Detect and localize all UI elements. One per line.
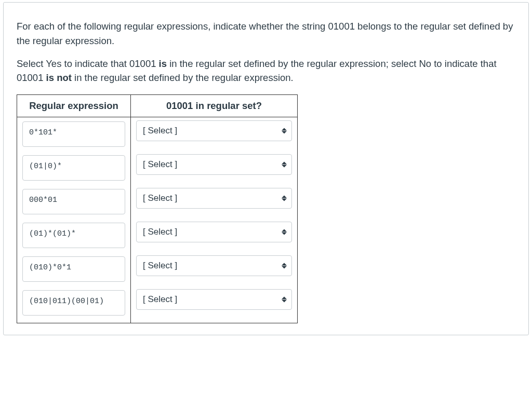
select-cell: [ Select ] (131, 219, 298, 252)
select-wrap: [ Select ] (136, 289, 292, 310)
select-wrap: [ Select ] (136, 222, 292, 242)
regex-box: 0*101* (22, 121, 125, 147)
select-cell: [ Select ] (131, 252, 298, 286)
select-cell: [ Select ] (131, 286, 298, 323)
regex-expression: (010|011)(00|01) (29, 297, 104, 306)
answer-select[interactable]: [ Select ] (136, 255, 292, 276)
column-header-inset: 01001 in regular set? (131, 95, 298, 117)
table-row: (01)*(01)*[ Select ] (17, 219, 298, 252)
regex-box: (01)*(01)* (22, 223, 125, 248)
regex-expression: (010)*0*1 (29, 263, 71, 272)
regex-cell: 0*101* (17, 117, 131, 152)
question-text: For each of the following regular expres… (17, 19, 515, 85)
regex-cell: (010)*0*1 (17, 252, 131, 286)
column-header-regex: Regular expression (17, 95, 131, 117)
regex-box: 000*01 (22, 189, 125, 214)
paragraph-1: For each of the following regular expres… (17, 19, 515, 48)
select-cell: [ Select ] (131, 117, 298, 152)
text-fragment: Select Yes to indicate that 01001 (17, 58, 159, 69)
answer-select[interactable]: [ Select ] (136, 120, 292, 141)
regex-expression: (01)*(01)* (29, 229, 76, 238)
regex-cell: 000*01 (17, 185, 131, 219)
text-fragment: in the regular set defined by the regula… (72, 72, 294, 83)
table-row: (01|0)*[ Select ] (17, 151, 298, 185)
regex-cell: (01|0)* (17, 151, 131, 185)
question-frame: For each of the following regular expres… (3, 2, 529, 335)
text-bold-is: is (159, 58, 167, 69)
select-wrap: [ Select ] (136, 188, 292, 209)
paragraph-2: Select Yes to indicate that 01001 is in … (17, 57, 515, 86)
regex-expression: 0*101* (29, 128, 57, 137)
select-cell: [ Select ] (131, 151, 298, 185)
regex-cell: (01)*(01)* (17, 219, 131, 252)
regex-table: Regular expression 01001 in regular set?… (17, 94, 298, 323)
table-row: (010|011)(00|01)[ Select ] (17, 286, 298, 323)
regex-box: (010)*0*1 (22, 256, 125, 282)
answer-select[interactable]: [ Select ] (136, 188, 292, 209)
select-cell: [ Select ] (131, 185, 298, 219)
regex-cell: (010|011)(00|01) (17, 286, 131, 323)
select-wrap: [ Select ] (136, 255, 292, 276)
regex-expression: 000*01 (29, 196, 57, 204)
table-row: 000*01[ Select ] (17, 185, 298, 219)
regex-box: (01|0)* (22, 155, 125, 181)
select-wrap: [ Select ] (136, 120, 292, 141)
table-row: (010)*0*1[ Select ] (17, 252, 298, 286)
regex-expression: (01|0)* (29, 162, 62, 171)
regex-box: (010|011)(00|01) (22, 290, 125, 316)
table-row: 0*101*[ Select ] (17, 117, 298, 152)
answer-select[interactable]: [ Select ] (136, 289, 292, 310)
select-wrap: [ Select ] (136, 154, 292, 175)
answer-select[interactable]: [ Select ] (136, 154, 292, 175)
answer-select[interactable]: [ Select ] (136, 222, 292, 242)
text-bold-isnot: is not (46, 72, 72, 83)
